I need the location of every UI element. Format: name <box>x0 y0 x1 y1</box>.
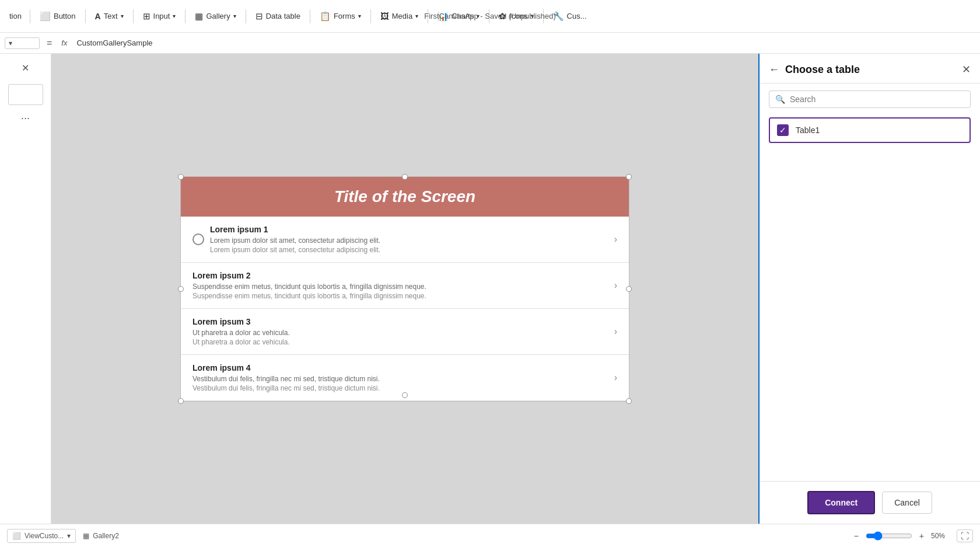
formula-bar-value: CustomGallerySample <box>74 39 975 47</box>
right-panel-close-button[interactable]: ✕ <box>962 63 971 76</box>
sidebar-more-options[interactable]: ··· <box>21 112 30 124</box>
table-item-label: Table1 <box>796 126 820 135</box>
gallery-item-3-sub2: Vestibulum dui felis, fringilla nec mi s… <box>192 384 614 392</box>
gallery-item-2[interactable]: Lorem ipsum 3 Ut pharetra a dolor ac veh… <box>181 309 629 355</box>
action-label: tion <box>5 9 26 23</box>
cancel-button[interactable]: Cancel <box>882 492 932 514</box>
toolbar-separator-6 <box>310 9 310 23</box>
status-bar: ⬜ ViewCusto... ▾ ▦ Gallery2 − + 50% ⛶ <box>0 524 980 547</box>
toolbar-item-datatable[interactable]: ⊟ Data table <box>250 8 306 25</box>
toolbar-item-forms[interactable]: 📋 Forms ▾ <box>314 8 367 25</box>
gallery-component[interactable]: Title of the Screen Lorem ipsum 1 Lorem … <box>180 176 629 402</box>
toolbar-item-forms-label: Forms <box>334 12 355 20</box>
gallery-item-1-title: Lorem ipsum 2 <box>192 271 614 280</box>
gallery-dropdown-icon: ▾ <box>233 13 236 19</box>
zoom-minus-button[interactable]: − <box>850 530 862 542</box>
gallery-item-1-content: Lorem ipsum 2 Suspendisse enim metus, ti… <box>192 271 614 300</box>
gallery-item-0-checkbox <box>192 234 204 245</box>
toolbar-separator-3 <box>133 9 134 23</box>
text-icon: A <box>95 12 101 21</box>
gallery-item-3-chevron-icon: › <box>614 372 617 383</box>
gallery-nav-icon: ▦ <box>83 532 89 540</box>
toolbar-item-media[interactable]: 🖼 Media ▾ <box>374 8 424 25</box>
toolbar-separator-4 <box>185 9 186 23</box>
right-panel-header: ← Choose a table ✕ <box>760 54 980 83</box>
text-dropdown-icon: ▾ <box>121 13 124 19</box>
gallery-item-1-chevron-icon: › <box>614 280 617 291</box>
forms-dropdown-icon: ▾ <box>358 13 361 19</box>
gallery-item-2-chevron-icon: › <box>614 326 617 337</box>
media-icon: 🖼 <box>380 11 389 21</box>
gallery-nav-label: Gallery2 <box>93 532 119 540</box>
input-icon: ⊞ <box>143 11 150 22</box>
search-icon: 🔍 <box>775 95 785 104</box>
toolbar-item-gallery-label: Gallery <box>206 12 230 20</box>
formula-bar-fx-icon[interactable]: fx <box>59 39 69 47</box>
gallery-item-0-content: Lorem ipsum 1 Lorem ipsum dolor sit amet… <box>210 225 614 254</box>
toolbar: tion ⬜ Button A Text ▾ ⊞ Input ▾ ▦ Galle… <box>0 0 980 33</box>
main-area: ✕ ··· Title of the Screen Lorem ipsum 1 … <box>0 54 980 524</box>
button-icon: ⬜ <box>40 11 51 22</box>
table-item-checkbox: ✓ <box>777 124 789 136</box>
status-bar-gallery[interactable]: ▦ Gallery2 <box>83 532 119 540</box>
gallery-icon: ▦ <box>195 11 203 22</box>
canvas-area[interactable]: Title of the Screen Lorem ipsum 1 Lorem … <box>51 54 758 524</box>
toolbar-item-input[interactable]: ⊞ Input ▾ <box>137 8 182 25</box>
tab-view-label: ViewCusto... <box>24 532 64 540</box>
gallery-item-3[interactable]: Lorem ipsum 4 Vestibulum dui felis, frin… <box>181 355 629 401</box>
gallery-item-2-sub2: Ut pharetra a dolor ac vehicula. <box>192 338 614 346</box>
back-button[interactable]: ← <box>769 64 779 76</box>
sidebar-close-button[interactable]: ✕ <box>16 58 35 77</box>
gallery-item-1[interactable]: Lorem ipsum 2 Suspendisse enim metus, ti… <box>181 263 629 309</box>
gallery-item-0-sub2: Lorem ipsum dolor sit amet, consectetur … <box>210 246 614 254</box>
toolbar-separator-7 <box>370 9 371 23</box>
toolbar-item-text[interactable]: A Text ▾ <box>89 8 130 25</box>
gallery-item-1-subtitle: Suspendisse enim metus, tincidunt quis l… <box>192 283 614 291</box>
gallery-title-text: Title of the Screen <box>334 187 475 205</box>
toolbar-item-text-label: Text <box>104 12 118 20</box>
checkmark-icon: ✓ <box>779 126 786 135</box>
gallery-item-3-title: Lorem ipsum 4 <box>192 363 614 372</box>
right-panel-title: Choose a table <box>785 64 860 76</box>
gallery-title-bar: Title of the Screen <box>181 177 629 217</box>
toolbar-separator-5 <box>246 9 246 23</box>
app-title: FirstCanvasApp - Saved (Unpublished) <box>424 12 555 20</box>
toolbar-separator-1 <box>30 9 30 23</box>
toolbar-item-button[interactable]: ⬜ Button <box>34 8 82 25</box>
zoom-slider-container <box>866 531 912 541</box>
gallery-item-2-title: Lorem ipsum 3 <box>192 317 614 326</box>
zoom-slider[interactable] <box>866 531 912 541</box>
toolbar-item-button-label: Button <box>54 12 76 20</box>
fit-to-screen-button[interactable]: ⛶ <box>957 529 973 542</box>
toolbar-item-datatable-label: Data table <box>266 12 300 20</box>
formula-bar: ▾ = fx CustomGallerySample <box>0 33 980 54</box>
input-dropdown-icon: ▾ <box>173 13 176 19</box>
toolbar-separator-2 <box>85 9 86 23</box>
gallery-item-3-content: Lorem ipsum 4 Vestibulum dui felis, frin… <box>192 363 614 392</box>
datatable-icon: ⊟ <box>256 11 263 22</box>
zoom-plus-button[interactable]: + <box>916 530 928 542</box>
formula-bar-dropdown-value: ▾ <box>9 39 12 47</box>
gallery-item-0[interactable]: Lorem ipsum 1 Lorem ipsum dolor sit amet… <box>181 217 629 263</box>
toolbar-item-gallery[interactable]: ▦ Gallery ▾ <box>189 8 242 25</box>
tab-view-dropdown-icon: ▾ <box>67 532 71 540</box>
toolbar-item-custom-label: Cus... <box>567 12 587 20</box>
right-panel-footer: Connect Cancel <box>760 481 980 524</box>
gallery-item-0-chevron-icon: › <box>614 234 617 245</box>
table-item-table1[interactable]: ✓ Table1 <box>769 117 971 143</box>
search-container[interactable]: 🔍 <box>769 90 971 108</box>
search-input[interactable] <box>790 95 964 104</box>
formula-bar-equals-icon: = <box>44 38 54 48</box>
left-sidebar: ✕ ··· <box>0 54 51 524</box>
forms-icon: 📋 <box>320 11 331 22</box>
zoom-controls: − + 50% ⛶ <box>850 529 973 542</box>
status-bar-tab[interactable]: ⬜ ViewCusto... ▾ <box>7 529 76 543</box>
connect-button[interactable]: Connect <box>807 491 875 514</box>
gallery-item-2-subtitle: Ut pharetra a dolor ac vehicula. <box>192 329 614 337</box>
toolbar-item-input-label: Input <box>153 12 170 20</box>
zoom-percentage: 50% <box>931 532 953 540</box>
gallery-item-3-subtitle: Vestibulum dui felis, fringilla nec mi s… <box>192 375 614 383</box>
right-panel: ← Choose a table ✕ 🔍 ✓ Table1 Connect Ca… <box>758 54 980 524</box>
toolbar-item-media-label: Media <box>392 12 412 20</box>
formula-bar-dropdown[interactable]: ▾ <box>5 37 40 49</box>
